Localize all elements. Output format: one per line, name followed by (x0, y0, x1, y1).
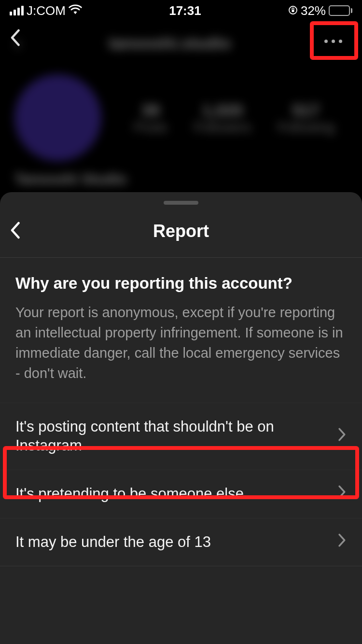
status-left: J:COM (10, 3, 82, 18)
option-label: It may be under the age of 13 (15, 533, 338, 552)
chevron-right-icon (338, 428, 347, 445)
following-label: Following (278, 120, 334, 135)
more-options-button[interactable] (319, 29, 348, 53)
chevron-right-icon (338, 485, 347, 503)
cellular-signal-icon (10, 6, 24, 15)
sheet-title: Report (153, 221, 209, 241)
rotation-lock-icon (288, 3, 298, 18)
posts-stat: 39 Posts (134, 101, 167, 135)
following-count: 517 (278, 101, 334, 120)
back-button[interactable] (10, 29, 20, 48)
clock: 17:31 (169, 3, 201, 18)
followers-count: 1,020 (194, 101, 251, 120)
carrier-label: J:COM (27, 3, 66, 18)
posts-label: Posts (134, 120, 167, 135)
posts-count: 39 (134, 101, 167, 120)
sheet-back-button[interactable] (10, 222, 20, 241)
report-sheet: Report Why are you reporting this accoun… (0, 192, 362, 644)
option-label: It's posting content that shouldn't be o… (15, 418, 338, 455)
sheet-grabber[interactable] (164, 201, 198, 205)
avatar (14, 74, 101, 161)
report-question: Why are you reporting this account? (15, 274, 347, 293)
report-option-inappropriate-content[interactable]: It's posting content that shouldn't be o… (0, 403, 362, 470)
wifi-icon (69, 3, 82, 18)
svg-rect-1 (292, 10, 294, 12)
report-options: It's posting content that shouldn't be o… (0, 403, 362, 566)
profile-username: tanooshi.studio (21, 34, 319, 53)
profile-display-name: Tanooshi Studio (14, 171, 348, 187)
following-stat: 517 Following (278, 101, 334, 135)
report-description: Your report is anonymous, except if you'… (15, 302, 347, 383)
followers-stat: 1,020 Followers (194, 101, 251, 135)
followers-label: Followers (194, 120, 251, 135)
sheet-header: Report (0, 205, 362, 258)
status-right: 32% (288, 3, 352, 18)
chevron-right-icon (338, 533, 347, 551)
battery-percentage: 32% (301, 3, 326, 18)
status-bar: J:COM 17:31 32% (0, 0, 362, 21)
report-option-underage[interactable]: It may be under the age of 13 (0, 518, 362, 567)
option-label: It's pretending to be someone else (15, 485, 338, 504)
report-option-impersonation[interactable]: It's pretending to be someone else (0, 470, 362, 518)
battery-icon (329, 5, 352, 16)
